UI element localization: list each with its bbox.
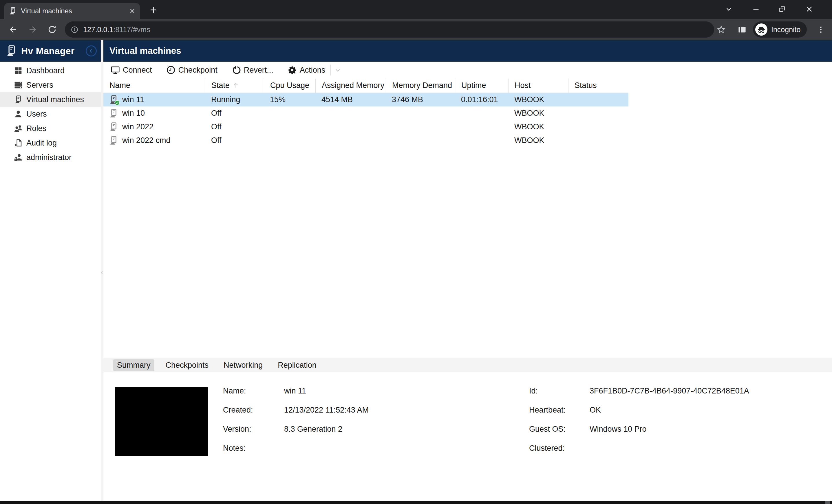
restore-button[interactable] (771, 1, 793, 17)
tab-replication[interactable]: Replication (274, 359, 320, 371)
sidebar-item-label: Virtual machines (26, 95, 84, 104)
more-actions-chevron-icon[interactable] (334, 66, 341, 74)
star-icon (717, 25, 726, 34)
column-header-assigned-memory[interactable]: Assigned Memory (315, 78, 386, 92)
forward-button[interactable] (27, 23, 40, 36)
cell-assigned-memory (315, 134, 386, 147)
cell-state: Off (205, 134, 264, 147)
sidebar-item-dashboard[interactable]: Dashboard (0, 63, 101, 78)
summary-value-created: 12/13/2022 11:52:43 AM (284, 405, 369, 415)
sidebar-item-roles[interactable]: Roles (0, 121, 101, 136)
sidebar-menu: Dashboard Servers Virtual machines Users… (0, 62, 101, 165)
cell-assigned-memory (315, 120, 386, 134)
connect-label: Connect (123, 66, 152, 75)
cell-state: Off (205, 107, 264, 120)
sidebar-resize-divider[interactable] (101, 40, 103, 501)
chevron-down-icon (725, 5, 733, 13)
hv-manager-app: Hv Manager Dashboard Servers Virtual mac… (0, 40, 832, 501)
cell-host: WBOOK (508, 107, 568, 120)
cell-status (568, 120, 628, 134)
chevron-left-icon (88, 48, 94, 54)
browser-tab[interactable]: Virtual machines (4, 3, 140, 19)
cell-state: Running (205, 93, 264, 107)
sidebar-header: Hv Manager (0, 40, 101, 62)
incognito-badge: Incognito (753, 21, 807, 37)
summary-value-id: 3F6F1B0D-7C7B-4B64-9907-40C72B48E01A (590, 387, 749, 395)
column-header-cpu-usage[interactable]: Cpu Usage (264, 78, 315, 92)
table-row-win-11[interactable]: win 11 Running 15% 4514 MB 3746 MB 0.01:… (103, 93, 628, 107)
table-row-win-2022-cmd[interactable]: win 2022 cmd Off WBOOK (103, 134, 628, 147)
tab-search-button[interactable] (718, 1, 739, 17)
cell-memory-demand (386, 134, 455, 147)
summary-value-version: 8.3 Generation 2 (284, 425, 342, 434)
summary-value-heartbeat: OK (590, 405, 601, 415)
sidebar-item-virtual-machines[interactable]: Virtual machines (0, 92, 101, 107)
gear-icon (288, 66, 296, 74)
bookmark-button[interactable] (715, 23, 727, 36)
summary-label-guest-os: Guest OS: (529, 425, 566, 434)
command-bar: Connect Checkpoint Revert... Actions (103, 62, 832, 78)
undo-arrow-icon (232, 66, 241, 74)
revert-button[interactable]: Revert... (232, 66, 274, 75)
bottom-edge-strip (0, 501, 832, 504)
forward-icon (28, 25, 37, 34)
sidebar-collapse-button[interactable] (86, 46, 97, 56)
tab-summary[interactable]: Summary (113, 359, 154, 371)
tab-close-icon[interactable] (129, 8, 135, 14)
reload-button[interactable] (46, 23, 58, 36)
column-header-status[interactable]: Status (568, 78, 628, 92)
summary-label-id: Id: (529, 387, 538, 395)
tab-checkpoints[interactable]: Checkpoints (162, 359, 213, 371)
column-header-state[interactable]: State (205, 78, 264, 92)
sidebar-item-label: Audit log (26, 139, 57, 147)
actions-button[interactable]: Actions (288, 66, 326, 75)
new-tab-button[interactable] (148, 5, 159, 15)
address-bar[interactable]: 127.0.0.1:8117/#vms (65, 21, 714, 37)
cell-name: win 2022 (103, 120, 205, 134)
connect-button[interactable]: Connect (111, 66, 152, 75)
minimize-button[interactable] (745, 1, 767, 17)
column-header-name[interactable]: Name (103, 78, 205, 92)
column-header-uptime[interactable]: Uptime (455, 78, 508, 92)
table-row-win-10[interactable]: win 10 Off WBOOK (103, 107, 628, 120)
bottom-edge-accent (825, 501, 830, 504)
cell-name: win 11 (103, 93, 205, 107)
cell-status (568, 134, 628, 147)
app-title: Hv Manager (21, 46, 74, 56)
table-row-win-2022[interactable]: win 2022 Off WBOOK (103, 120, 628, 134)
sidebar-item-users[interactable]: Users (0, 107, 101, 121)
vm-running-icon (109, 95, 119, 105)
restore-icon (779, 6, 785, 12)
vm-preview-thumbnail[interactable] (115, 387, 208, 456)
dashboard-icon (14, 66, 23, 75)
url-text: 127.0.0.1:8117/#vms (83, 25, 150, 34)
actions-label: Actions (300, 66, 326, 75)
site-info-icon[interactable] (71, 26, 78, 33)
cell-assigned-memory: 4514 MB (315, 93, 386, 107)
sidebar-item-servers[interactable]: Servers (0, 78, 101, 92)
url-host: 127.0.0.1 (83, 25, 113, 33)
cell-cpu-usage (264, 107, 315, 120)
column-header-memory-demand[interactable]: Memory Demand (386, 78, 455, 92)
sidebar-item-audit-log[interactable]: Audit log (0, 136, 101, 150)
audit-log-icon (14, 139, 23, 147)
sidebar-item-administrator[interactable]: administrator (0, 150, 101, 165)
main-content: Virtual machines Connect Checkpoint Reve… (103, 40, 832, 501)
window-close-button[interactable] (798, 1, 820, 17)
cell-uptime (455, 134, 508, 147)
vm-table-header: Name State Cpu Usage Assigned Memory Mem… (103, 78, 628, 93)
summary-panel: Name: win 11 Created: 12/13/2022 11:52:4… (103, 373, 832, 501)
column-header-host[interactable]: Host (508, 78, 568, 92)
tab-networking[interactable]: Networking (220, 359, 266, 371)
cell-name: win 10 (103, 107, 205, 120)
back-button[interactable] (6, 23, 19, 36)
sort-ascending-icon (233, 82, 239, 89)
monitor-icon (111, 66, 120, 74)
checkpoint-button[interactable]: Checkpoint (166, 66, 217, 75)
detail-tab-bar: Summary Checkpoints Networking Replicati… (103, 358, 832, 372)
side-panel-button[interactable] (735, 23, 748, 36)
user-group-icon (14, 124, 23, 133)
url-path: :8117/#vms (113, 25, 150, 33)
page-header: Virtual machines (103, 40, 832, 62)
browser-menu-button[interactable] (814, 23, 827, 36)
